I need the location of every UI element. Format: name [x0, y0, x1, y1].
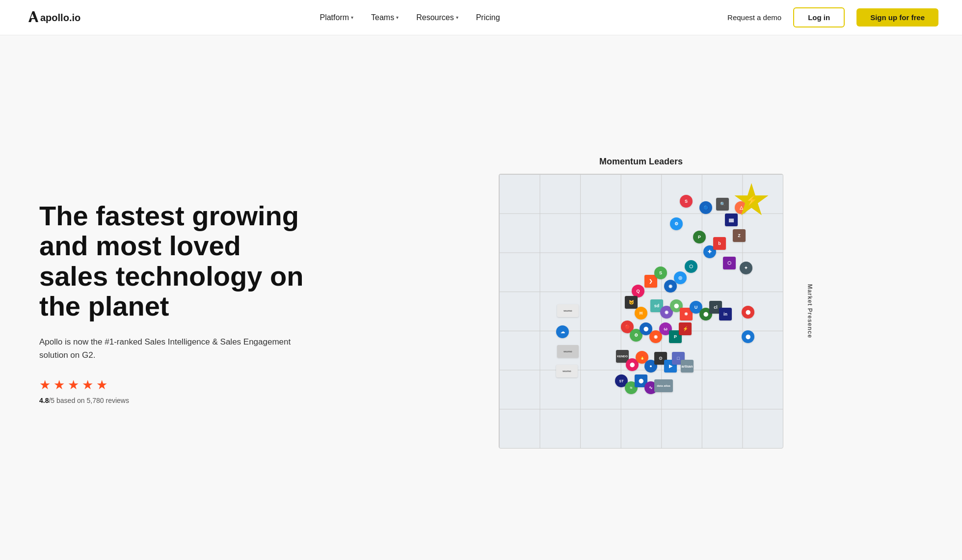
- dot-logo: P: [693, 231, 706, 243]
- dot-logo: ⬡: [685, 260, 697, 273]
- badge-star-shape: ⚡: [734, 183, 769, 218]
- dot-logo: 🐱: [625, 296, 638, 309]
- dot-logo: ⬤: [742, 330, 754, 343]
- dot-logo: b: [713, 237, 726, 250]
- star-icon-5: ★: [96, 377, 107, 393]
- nav-teams[interactable]: Teams ▾: [371, 13, 399, 22]
- dot-logo: S: [680, 195, 693, 208]
- dot-logo: 🔵: [699, 201, 712, 214]
- nav-actions: Request a demo Log in Sign up for free: [727, 7, 938, 27]
- dot-logo: ⚙: [670, 217, 683, 230]
- dot-logo: artisan: [681, 360, 694, 373]
- dot-logo: wumo: [557, 345, 579, 358]
- chart-area: Momentum Leaders ⚡ S 🔵 🔍 ⚙ ▓▓ △ P ✚ b: [344, 157, 938, 449]
- chart-title: Momentum Leaders: [599, 157, 683, 167]
- navbar: apollo.io Platform ▾ Teams ▾ Resources ▾…: [0, 0, 962, 35]
- svg-text:apollo.io: apollo.io: [40, 12, 80, 23]
- chart-axis-y-label: Market Presence: [806, 284, 813, 338]
- hero-section: The fastest growing and most loved sales…: [0, 35, 962, 560]
- dot-logo: ⬤: [742, 306, 754, 319]
- login-button[interactable]: Log in: [793, 7, 845, 27]
- request-demo-button[interactable]: Request a demo: [727, 13, 781, 22]
- star-icon-4: ★: [82, 377, 93, 393]
- apollo-badge: ⚡: [734, 183, 769, 218]
- dot-logo: wumo: [556, 365, 578, 377]
- dot-logo: 🔍: [716, 198, 729, 211]
- dot-logo: data atlas: [654, 379, 673, 392]
- dot-logo: Z: [733, 229, 746, 242]
- signup-button[interactable]: Sign up for free: [856, 8, 938, 27]
- hero-content: The fastest growing and most loved sales…: [39, 201, 314, 405]
- dot-logo: ☁: [556, 325, 569, 338]
- hero-subtitle: Apollo is now the #1-ranked Sales Intell…: [39, 335, 314, 362]
- nav-platform[interactable]: Platform ▾: [320, 13, 353, 22]
- dot-logo: ⬡: [723, 257, 736, 269]
- star-icon-3: ★: [68, 377, 79, 393]
- chevron-down-icon: ▾: [456, 15, 458, 20]
- star-icon-2: ★: [53, 377, 65, 393]
- dot-logo: in: [719, 308, 732, 320]
- nav-links: Platform ▾ Teams ▾ Resources ▾ Pricing: [320, 13, 500, 22]
- chevron-down-icon: ▾: [396, 15, 399, 20]
- chevron-down-icon: ▾: [351, 15, 353, 20]
- momentum-chart: ⚡ S 🔵 🔍 ⚙ ▓▓ △ P ✚ b ⬡ ⬡ ◎ ❯: [499, 174, 783, 449]
- nav-pricing[interactable]: Pricing: [476, 13, 500, 22]
- star-rating: ★ ★ ★ ★ ★: [39, 377, 314, 393]
- hero-title: The fastest growing and most loved sales…: [39, 201, 314, 321]
- nav-resources[interactable]: Resources ▾: [416, 13, 458, 22]
- dot-logo: ⚡: [679, 322, 692, 335]
- star-icon-1: ★: [39, 377, 51, 393]
- dot-logo: ✦: [740, 262, 752, 274]
- dot-logo: H: [635, 307, 647, 320]
- dot-logo: wumo: [557, 304, 579, 317]
- dot-logo: ◉: [664, 280, 677, 293]
- apollo-badge-icon: ⚡: [746, 194, 758, 206]
- rating-text: 4.8/5 based on 5,780 reviews: [39, 397, 314, 404]
- logo[interactable]: apollo.io: [24, 8, 92, 27]
- dot-logo: S: [654, 267, 667, 279]
